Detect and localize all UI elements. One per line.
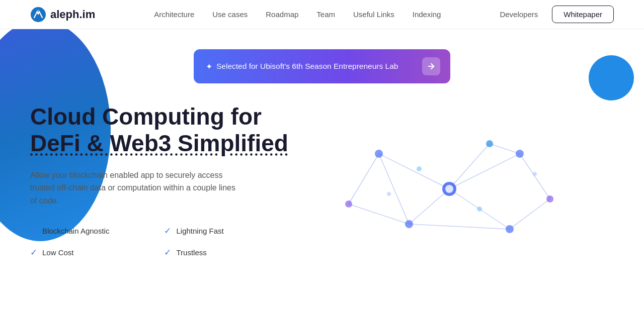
banner-arrow-button[interactable] bbox=[422, 57, 440, 75]
feature-trustless: ✓ Trustless bbox=[164, 247, 288, 258]
logo-icon bbox=[30, 7, 46, 23]
network-svg bbox=[318, 114, 580, 264]
svg-point-17 bbox=[345, 200, 352, 208]
nav-useful-links[interactable]: Useful Links bbox=[353, 10, 394, 19]
svg-point-20 bbox=[506, 225, 514, 233]
svg-line-4 bbox=[379, 154, 409, 224]
svg-line-3 bbox=[379, 154, 449, 189]
svg-point-25 bbox=[477, 206, 482, 212]
svg-point-24 bbox=[417, 166, 422, 171]
svg-line-10 bbox=[409, 224, 510, 229]
hero-section: Cloud Computing for DeFi & Web3 Simplifi… bbox=[30, 98, 614, 264]
svg-point-19 bbox=[405, 220, 413, 228]
svg-line-11 bbox=[349, 154, 379, 204]
hero-left: Cloud Computing for DeFi & Web3 Simplifi… bbox=[30, 104, 288, 258]
hero-title: Cloud Computing for DeFi & Web3 Simplifi… bbox=[30, 104, 288, 157]
svg-line-13 bbox=[449, 144, 490, 189]
feature-low-cost: ✓ Low Cost bbox=[30, 247, 154, 258]
svg-point-18 bbox=[546, 195, 553, 202]
svg-point-15 bbox=[375, 150, 383, 158]
nav-architecture[interactable]: Architecture bbox=[154, 10, 194, 19]
check-icon-2: ✓ bbox=[164, 226, 171, 236]
svg-line-9 bbox=[510, 199, 550, 229]
navbar: aleph.im Architecture Use cases Roadmap … bbox=[0, 0, 644, 29]
developers-link[interactable]: Developers bbox=[500, 10, 538, 19]
svg-line-5 bbox=[449, 154, 520, 189]
svg-point-16 bbox=[516, 150, 524, 158]
features-grid: ✓ Blockchain Agnostic ✓ Lightning Fast ✓… bbox=[30, 226, 288, 258]
nav-links: Architecture Use cases Roadmap Team Usef… bbox=[154, 10, 441, 19]
check-icon-1: ✓ bbox=[30, 226, 37, 236]
svg-line-7 bbox=[409, 189, 449, 224]
svg-point-27 bbox=[533, 172, 537, 176]
check-icon-4: ✓ bbox=[164, 247, 171, 258]
feature-blockchain-agnostic: ✓ Blockchain Agnostic bbox=[30, 226, 154, 236]
arrow-right-icon bbox=[427, 62, 436, 71]
main-content: ✦ Selected for Ubisoft's 6th Season Entr… bbox=[0, 29, 644, 264]
svg-point-1 bbox=[37, 10, 39, 12]
check-icon-3: ✓ bbox=[30, 247, 37, 258]
banner-text: ✦ Selected for Ubisoft's 6th Season Entr… bbox=[206, 62, 398, 71]
sparkle-icon: ✦ bbox=[206, 62, 212, 71]
svg-line-8 bbox=[520, 154, 550, 199]
hero-right bbox=[318, 104, 614, 264]
svg-line-12 bbox=[349, 204, 409, 224]
nav-right: Developers Whitepaper bbox=[500, 6, 614, 23]
nav-roadmap[interactable]: Roadmap bbox=[266, 10, 298, 19]
feature-lightning-fast: ✓ Lightning Fast bbox=[164, 226, 288, 236]
network-image bbox=[318, 114, 580, 264]
logo-text: aleph.im bbox=[50, 8, 95, 21]
nav-team[interactable]: Team bbox=[316, 10, 335, 19]
banner-wrapper: ✦ Selected for Ubisoft's 6th Season Entr… bbox=[30, 29, 614, 98]
svg-point-21 bbox=[486, 140, 493, 147]
hero-description: Allow your blockchain enabled app to sec… bbox=[30, 169, 242, 208]
svg-point-23 bbox=[445, 185, 453, 193]
svg-line-14 bbox=[490, 144, 520, 154]
nav-indexing[interactable]: Indexing bbox=[413, 10, 441, 19]
whitepaper-button[interactable]: Whitepaper bbox=[552, 6, 614, 23]
announcement-banner: ✦ Selected for Ubisoft's 6th Season Entr… bbox=[194, 49, 450, 83]
svg-point-26 bbox=[387, 192, 391, 196]
logo-link[interactable]: aleph.im bbox=[30, 7, 95, 23]
nav-use-cases[interactable]: Use cases bbox=[212, 10, 248, 19]
